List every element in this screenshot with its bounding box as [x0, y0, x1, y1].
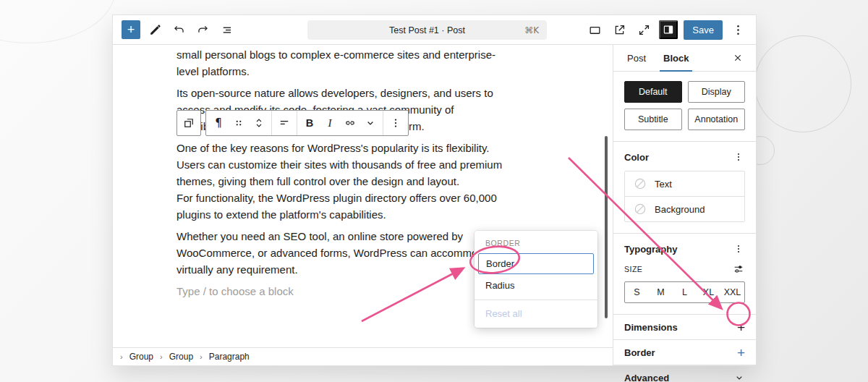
topbar-left-tools: + [122, 20, 236, 39]
redo-button[interactable] [193, 20, 212, 39]
breadcrumb-paragraph[interactable]: Paragraph [209, 352, 250, 362]
block-breadcrumb: › Group › Group › Paragraph [113, 347, 613, 365]
tools-button[interactable] [145, 20, 164, 39]
kebab-icon [731, 23, 745, 37]
link-button[interactable] [340, 111, 360, 135]
size-s[interactable]: S [625, 282, 649, 302]
popup-item-radius[interactable]: Radius [475, 274, 597, 297]
popup-header: BORDER [475, 231, 597, 250]
block-type-button[interactable]: ¶ [208, 111, 229, 135]
align-left-icon [278, 116, 291, 130]
color-options-button[interactable] [732, 150, 745, 164]
chevron-right-icon: › [120, 352, 123, 361]
block-inserter-button[interactable]: + [122, 20, 140, 39]
sidebar-tabs: Post Block [613, 45, 756, 72]
close-sidebar-button[interactable] [730, 50, 746, 66]
style-annotation-button[interactable]: Annotation [688, 109, 746, 130]
italic-button[interactable]: I [320, 111, 340, 135]
post-content: small personal blogs to complex e-commer… [113, 45, 613, 347]
style-subtitle-button[interactable]: Subtitle [624, 109, 682, 130]
block-toolbar: ¶ [176, 110, 409, 136]
size-xl[interactable]: XL [697, 282, 720, 302]
settings-sidebar: Post Block Default Display Subtitle Anno… [613, 45, 756, 365]
style-display-button[interactable]: Display [688, 81, 746, 103]
alignment-group [272, 111, 297, 135]
chevron-down-icon [733, 372, 745, 382]
block-options-button[interactable] [386, 111, 406, 135]
font-size-header: SIZE [624, 263, 745, 276]
block-mover[interactable] [249, 111, 269, 135]
select-parent-block-button[interactable] [176, 110, 201, 136]
editor-main: small personal blogs to complex e-commer… [113, 45, 756, 365]
drag-handle[interactable] [229, 111, 249, 135]
paragraph-block[interactable]: small personal blogs to complex e-commer… [176, 46, 582, 80]
fullscreen-button[interactable] [634, 20, 653, 39]
more-formatting-button[interactable] [360, 111, 380, 135]
document-title: Test Post #1 · Post [389, 25, 465, 35]
chevron-down-icon [364, 116, 377, 130]
formatting-group: B I [297, 111, 383, 135]
dimensions-panel-row[interactable]: Dimensions + [613, 315, 756, 340]
style-default-button[interactable]: Default [624, 81, 682, 103]
align-button[interactable] [274, 111, 294, 135]
paragraph-block[interactable]: One of the key reasons for WordPress's p… [176, 140, 582, 223]
size-label: SIZE [624, 265, 642, 273]
save-button[interactable]: Save [684, 20, 723, 40]
close-icon [732, 52, 744, 64]
list-view-icon [220, 23, 234, 37]
typography-panel: Typography SIZE S M L [613, 234, 756, 315]
text-color-label: Text [655, 179, 672, 190]
color-settings-list: Text Background [624, 171, 745, 222]
decor-circle [0, 0, 116, 43]
drag-dots-icon [232, 116, 245, 130]
editor-window: + Test Post [112, 14, 757, 366]
undo-button[interactable] [169, 20, 188, 39]
chevron-right-icon: › [160, 352, 163, 361]
external-link-icon [613, 23, 626, 37]
background-color-row[interactable]: Background [625, 196, 744, 221]
options-group [383, 111, 408, 135]
border-label: Border [624, 347, 655, 358]
decor-circle [754, 35, 851, 132]
breadcrumb-group[interactable]: Group [129, 352, 153, 362]
command-center-button[interactable]: Test Post #1 · Post ⌘K [307, 20, 547, 40]
tab-post[interactable]: Post [624, 45, 650, 71]
size-settings-button[interactable] [732, 263, 745, 276]
block-toolbar-main: ¶ [205, 110, 409, 136]
background-color-label: Background [655, 204, 705, 215]
view-post-button[interactable] [610, 20, 629, 39]
typography-options-button[interactable] [732, 242, 745, 255]
device-icon [588, 23, 602, 37]
plus-icon: + [737, 346, 745, 360]
size-l[interactable]: L [673, 282, 697, 302]
breadcrumb-group[interactable]: Group [169, 352, 193, 362]
preview-device-button[interactable] [585, 20, 604, 39]
undo-icon [172, 23, 186, 37]
border-options-popup: BORDER Border Radius Reset all [475, 231, 597, 328]
sidebar-panel-icon [662, 23, 675, 36]
font-size-segmented-control: S M L XL XXL [624, 281, 745, 303]
document-overview-button[interactable] [217, 20, 236, 39]
options-menu-button[interactable] [728, 20, 747, 39]
size-xxl[interactable]: XXL [720, 282, 744, 302]
text-color-row[interactable]: Text [625, 171, 744, 196]
tab-block[interactable]: Block [660, 45, 692, 71]
settings-sidebar-toggle[interactable] [659, 20, 678, 39]
kebab-icon [389, 116, 402, 130]
popup-item-border[interactable]: Border [478, 253, 594, 274]
size-m[interactable]: M [649, 282, 673, 302]
sliders-icon [733, 263, 744, 275]
editor-scrollbar[interactable] [605, 136, 608, 318]
typography-panel-title: Typography [624, 244, 677, 255]
plus-icon: + [737, 321, 745, 334]
bold-button[interactable]: B [299, 111, 320, 135]
color-panel: Color Text [613, 142, 756, 234]
border-panel-row[interactable]: Border + [613, 340, 756, 365]
parent-block-icon [182, 116, 195, 130]
expand-icon [637, 23, 651, 37]
advanced-panel-row[interactable]: Advanced [613, 365, 756, 382]
dimensions-label: Dimensions [624, 322, 678, 333]
advanced-label: Advanced [624, 373, 669, 382]
typography-panel-header: Typography [624, 242, 745, 255]
pencil-icon [148, 23, 162, 37]
